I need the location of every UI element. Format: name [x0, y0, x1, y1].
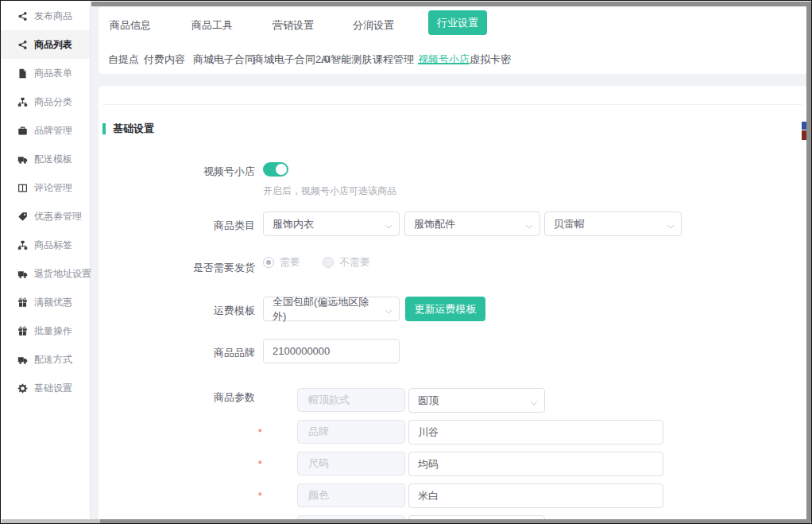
product-brand-input[interactable] — [263, 339, 400, 363]
radio-no-shipping[interactable]: 不需要 — [323, 255, 370, 270]
sidebar-item-product-list[interactable]: 商品列表 — [1, 30, 90, 59]
sidebar-item-label: 满额优惠 — [34, 296, 72, 309]
tab-product-tools[interactable]: 商品工具 — [191, 18, 233, 33]
active-subtab-underline — [418, 63, 470, 64]
section-title: 基础设置 — [102, 122, 154, 136]
sidebar-item-label: 品牌管理 — [34, 124, 72, 138]
sidebar-item-product-tags[interactable]: 商品标签 — [1, 231, 90, 259]
sidebar-item-full-discount[interactable]: 满额优惠 — [1, 288, 90, 316]
section-title-text: 基础设置 — [113, 122, 154, 136]
section-title-accent-bar — [102, 123, 106, 134]
gift-icon — [17, 326, 28, 336]
param-value-input-color[interactable] — [408, 483, 663, 508]
chevron-down-icon — [667, 221, 675, 229]
select-value: 服饰配件 — [414, 217, 455, 231]
chevron-down-icon — [530, 398, 538, 406]
sidebar-item-publish-product[interactable]: 发布商品 — [1, 2, 90, 30]
delivery-required-radio-group: 需要 不需要 — [263, 255, 392, 270]
sidebar-item-label: 退货地址设置 — [34, 267, 91, 281]
sidebar-item-label: 优惠券管理 — [34, 210, 82, 223]
update-freight-template-button[interactable]: 更新运费模板 — [405, 297, 485, 321]
category-label: 商品类目 — [99, 219, 255, 233]
clipped-float-widget-top — [802, 122, 806, 130]
tab-marketing-settings[interactable]: 营销设置 — [273, 18, 314, 33]
radio-need-shipping[interactable]: 需要 — [263, 255, 300, 270]
sitemap-icon — [17, 97, 28, 107]
sidebar-item-review-management[interactable]: 评论管理 — [1, 173, 90, 202]
video-shop-toggle[interactable] — [263, 162, 288, 177]
share-nodes-icon — [17, 40, 28, 50]
sidebar-item-batch-operation[interactable]: 批量操作 — [1, 316, 90, 345]
sidebar-item-label: 配送模板 — [34, 153, 72, 166]
truck-icon — [17, 355, 28, 365]
sidebar-item-brand-management[interactable]: 品牌管理 — [1, 116, 90, 145]
required-asterisk: * — [258, 491, 266, 502]
sidebar-item-basic-settings[interactable]: 基础设置 — [1, 374, 90, 402]
sidebar-item-label: 商品表单 — [34, 67, 72, 80]
main-panel: 基础设置 视频号小店 开启后，视频号小店可选该商品 商品类目 服饰内衣 服饰配件… — [99, 86, 806, 524]
sidebar-item-delivery-method[interactable]: 配送方式 — [1, 345, 90, 374]
tag-icon — [17, 212, 28, 222]
param-name-size: 尺码 — [297, 452, 405, 475]
truck-icon — [17, 154, 28, 165]
vertical-scrollbar[interactable] — [806, 2, 812, 522]
select-value: 圆顶 — [418, 394, 439, 408]
param-value-select-hat-top[interactable]: 圆顶 — [408, 388, 545, 413]
sitemap-icon — [17, 240, 28, 250]
subtab-course-management[interactable]: 课程管理 — [373, 52, 414, 67]
category-select-level3[interactable]: 贝雷帽 — [544, 212, 682, 236]
delivery-required-label: 是否需要发货 — [99, 261, 255, 275]
sidebar-item-coupon-management[interactable]: 优惠券管理 — [1, 202, 90, 231]
sidebar-item-label: 发布商品 — [34, 10, 72, 23]
sidebar-item-label: 基础设置 — [34, 382, 72, 395]
horizontal-scrollbar-thumb[interactable] — [100, 519, 810, 524]
tab-profit-settings[interactable]: 分润设置 — [353, 18, 394, 33]
subtab-pickup-point[interactable]: 自提点 — [108, 52, 139, 67]
app-window: 发布商品 商品列表 商品表单 商品分类 品牌管理 配送模板 评论管理 优惠券管理… — [0, 0, 812, 524]
toggle-knob — [276, 164, 287, 175]
sidebar-item-product-category[interactable]: 商品分类 — [1, 87, 90, 116]
video-shop-label: 视频号小店 — [99, 165, 255, 179]
clipped-float-widget-bottom — [802, 130, 806, 140]
subtab-mall-econtract-2[interactable]: 商城电子合同2.0 — [253, 52, 330, 67]
briefcase-icon — [17, 126, 28, 136]
columns-icon — [17, 183, 28, 193]
radio-label: 不需要 — [339, 255, 370, 270]
sidebar: 发布商品 商品列表 商品表单 商品分类 品牌管理 配送模板 评论管理 优惠券管理… — [1, 1, 91, 519]
subtab-virtual-card[interactable]: 虚拟卡密 — [470, 52, 511, 67]
tab-product-info[interactable]: 商品信息 — [110, 18, 151, 33]
param-value-input-brand[interactable] — [408, 420, 663, 444]
sidebar-item-label: 批量操作 — [34, 324, 72, 338]
subtab-channels-shop-active[interactable]: 视频号小店 — [418, 52, 470, 67]
radio-dot — [323, 257, 334, 268]
horizontal-scrollbar-top[interactable] — [91, 2, 810, 6]
product-params-label: 商品参数 — [99, 390, 255, 405]
product-brand-label: 商品品牌 — [99, 346, 255, 360]
chevron-down-icon — [385, 221, 392, 229]
param-name-hat-top-style: 帽顶款式 — [297, 388, 405, 412]
freight-template-select[interactable]: 全国包邮(偏远地区除外) — [263, 297, 400, 321]
param-value-input-size[interactable] — [408, 452, 663, 476]
share-nodes-icon — [17, 11, 28, 21]
param-name-color: 颜色 — [297, 483, 405, 507]
sidebar-item-label: 配送方式 — [34, 353, 72, 367]
category-select-level2[interactable]: 服饰配件 — [404, 212, 540, 236]
radio-label: 需要 — [280, 255, 300, 270]
file-icon — [17, 68, 28, 79]
select-value: 服饰内衣 — [273, 217, 314, 231]
select-value: 全国包邮(偏远地区除外) — [273, 295, 381, 324]
category-select-level1[interactable]: 服饰内衣 — [263, 212, 400, 236]
subtab-mall-econtract[interactable]: 商城电子合同 — [193, 52, 255, 67]
truck-icon — [17, 269, 28, 279]
tab-industry-settings-active[interactable]: 行业设置 — [428, 10, 487, 35]
sidebar-item-product-form[interactable]: 商品表单 — [1, 59, 90, 87]
subtab-ai-skin-test[interactable]: AI智能测肤 — [321, 52, 372, 67]
sidebar-item-return-address[interactable]: 退货地址设置 — [1, 259, 90, 288]
required-asterisk: * — [258, 459, 266, 470]
sidebar-item-label: 商品标签 — [34, 239, 72, 252]
subtab-paid-content[interactable]: 付费内容 — [144, 52, 185, 67]
param-name-brand: 品牌 — [297, 420, 405, 444]
sidebar-item-label: 商品列表 — [34, 38, 72, 52]
sidebar-item-label: 商品分类 — [34, 95, 72, 109]
sidebar-item-delivery-template[interactable]: 配送模板 — [1, 145, 90, 173]
